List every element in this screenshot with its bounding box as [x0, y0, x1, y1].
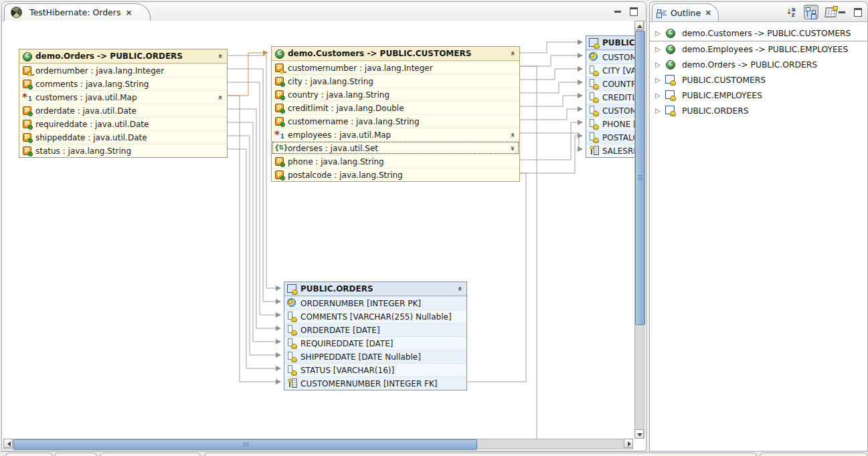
- outline-item[interactable]: demo.Customers -> PUBLIC.CUSTOMERS: [650, 25, 867, 41]
- editor-tab[interactable]: TestHibernate: Orders ×: [4, 3, 151, 21]
- entity-row[interactable]: ordernumber : java.lang.Integer: [19, 64, 227, 77]
- row-label: country : java.lang.String: [288, 90, 389, 100]
- table-lexical-icon-button[interactable]: [823, 5, 838, 19]
- entity-row[interactable]: phone : java.lang.String: [272, 154, 519, 168]
- entity-row[interactable]: country : java.lang.String: [272, 88, 519, 101]
- entity-row[interactable]: creditlimit : java.lang.Double: [272, 101, 519, 114]
- expand-triangle-icon[interactable]: [655, 62, 662, 68]
- minimized-view-tab[interactable]: [100, 453, 201, 456]
- horizontal-scroll-thumb[interactable]: [13, 439, 477, 450]
- tree-layout-icon-button[interactable]: [804, 5, 818, 19]
- connector-line: [519, 122, 582, 160]
- entity-row[interactable]: customernumber : java.lang.Integer: [272, 61, 519, 74]
- close-icon[interactable]: ×: [125, 9, 132, 17]
- minimize-icon[interactable]: [614, 11, 621, 15]
- row-label: orderdate : java.util.Date: [35, 106, 137, 116]
- entity-row[interactable]: requireddate : java.util.Date: [19, 117, 227, 130]
- minimize-icon[interactable]: [839, 11, 845, 16]
- entity-row[interactable]: CUSTOMERNUMBER [INTEGER FK]: [284, 376, 466, 390]
- entity-row[interactable]: shippeddate : java.util.Date: [19, 130, 227, 144]
- property-key-icon: [274, 63, 285, 73]
- entity-row[interactable]: POSTALCOD: [586, 130, 634, 144]
- entity-public-orders[interactable]: PUBLIC.ORDERSORDERNUMBER [INTEGER PK]COM…: [284, 281, 467, 390]
- entity-demo-orders[interactable]: demo.Orders -> PUBLIC.ORDERSordernumber …: [19, 49, 228, 158]
- entity-header[interactable]: demo.Orders -> PUBLIC.ORDERS: [19, 49, 227, 64]
- outline-item[interactable]: demo.Employees -> PUBLIC.EMPLOYEES: [650, 41, 867, 57]
- connector-line: [519, 133, 582, 149]
- close-icon[interactable]: ×: [705, 9, 711, 17]
- entity-row[interactable]: COMMENTS [VARCHAR(255) Nullable]: [284, 310, 466, 323]
- entity-title: PUBLIC.CUSTOMERS: [602, 38, 634, 47]
- entity-row[interactable]: orderdate : java.util.Date: [19, 104, 227, 117]
- entity-row[interactable]: city : java.lang.String: [272, 74, 519, 88]
- maximize-icon[interactable]: [630, 7, 638, 16]
- entity-row[interactable]: customers : java.util.Map: [19, 90, 227, 104]
- entity-row[interactable]: status : java.lang.String: [19, 144, 227, 157]
- property-icon: [274, 90, 285, 100]
- editor-tab-bar: TestHibernate: Orders ×: [2, 2, 646, 21]
- sort-az-icon: [787, 7, 797, 17]
- entity-row[interactable]: CUSTOMERNUM: [586, 50, 634, 64]
- entity-row[interactable]: REQUIREDDATE [DATE]: [284, 336, 466, 350]
- collapse-chevron-icon[interactable]: [216, 94, 224, 102]
- diagram-canvas[interactable]: demo.Orders -> PUBLIC.ORDERSordernumber …: [3, 21, 634, 439]
- expand-triangle-icon[interactable]: [655, 46, 662, 53]
- entity-row[interactable]: comments : java.lang.String: [19, 77, 227, 90]
- entity-row[interactable]: SHIPPEDDATE [DATE Nullable]: [284, 350, 466, 363]
- scroll-right-button[interactable]: [624, 439, 633, 448]
- row-label: creditlimit : java.lang.Double: [288, 104, 404, 113]
- scroll-left-button[interactable]: [3, 439, 13, 448]
- entity-row[interactable]: PHONE [VAR: [586, 117, 634, 130]
- outline-item[interactable]: demo.Orders -> PUBLIC.ORDERS: [650, 57, 867, 72]
- entity-row[interactable]: employees : java.util.Map: [272, 128, 519, 141]
- expand-chevron-icon[interactable]: [509, 144, 517, 152]
- row-label: customers : java.util.Map: [35, 93, 137, 102]
- collapse-chevron-icon[interactable]: [216, 52, 224, 60]
- expand-triangle-icon[interactable]: [655, 92, 662, 99]
- collapse-chevron-icon[interactable]: [509, 49, 517, 58]
- minimized-view-tab[interactable]: [760, 453, 868, 456]
- entity-row[interactable]: ORDERNUMBER [INTEGER PK]: [284, 296, 466, 310]
- entity-row[interactable]: SALESREPE: [586, 144, 634, 157]
- row-label: PHONE [VAR: [602, 120, 634, 129]
- vertical-scroll-thumb[interactable]: [635, 31, 645, 325]
- scroll-up-button[interactable]: [634, 21, 644, 30]
- entity-row[interactable]: COUNTRY [V: [586, 77, 634, 90]
- minimized-view-tab[interactable]: [204, 453, 757, 456]
- outline-tab[interactable]: Outline ×: [652, 3, 719, 21]
- entity-row[interactable]: STATUS [VARCHAR(16)]: [284, 363, 466, 376]
- scroll-down-button[interactable]: [634, 429, 644, 439]
- maximize-icon[interactable]: [854, 8, 862, 17]
- horizontal-scrollbar[interactable]: [3, 439, 633, 449]
- sort-az-icon-button[interactable]: [784, 5, 799, 19]
- entity-row[interactable]: CITY [VARCH: [586, 64, 634, 77]
- vertical-scrollbar[interactable]: [634, 21, 644, 439]
- entity-demo-customers[interactable]: demo.Customers -> PUBLIC.CUSTOMERScustom…: [271, 46, 520, 182]
- entity-header[interactable]: PUBLIC.ORDERS: [284, 282, 466, 296]
- entity-row[interactable]: CUSTOMERN: [586, 104, 634, 117]
- row-label: POSTALCOD: [602, 133, 634, 142]
- entity-header[interactable]: demo.Customers -> PUBLIC.CUSTOMERS: [272, 47, 519, 61]
- row-label: city : java.lang.String: [288, 77, 373, 86]
- many-to-one-icon: [22, 92, 33, 102]
- minimized-view-tab[interactable]: [5, 453, 53, 456]
- collapse-chevron-icon[interactable]: [509, 131, 517, 139]
- outline-item[interactable]: PUBLIC.ORDERS: [650, 103, 867, 118]
- table-icon: [665, 90, 676, 100]
- outline-item[interactable]: PUBLIC.CUSTOMERS: [650, 72, 867, 88]
- collapse-chevron-icon[interactable]: [456, 285, 464, 293]
- row-label: postalcode : java.lang.String: [288, 170, 403, 180]
- entity-row[interactable]: CREDITLIMIT: [586, 90, 634, 104]
- expand-triangle-icon[interactable]: [655, 30, 662, 37]
- entity-row[interactable]: postalcode : java.lang.String: [272, 168, 519, 181]
- expand-triangle-icon[interactable]: [655, 108, 662, 114]
- outline-item[interactable]: PUBLIC.EMPLOYEES: [650, 88, 867, 103]
- entity-row[interactable]: orderses : java.util.Set: [272, 141, 519, 154]
- entity-header[interactable]: PUBLIC.CUSTOMERS: [586, 36, 634, 50]
- entity-row[interactable]: customername : java.lang.String: [272, 114, 519, 128]
- entity-public-customers[interactable]: PUBLIC.CUSTOMERSCUSTOMERNUMCITY [VARCHCO…: [586, 35, 634, 158]
- column-key-icon: [589, 52, 600, 62]
- expand-triangle-icon[interactable]: [655, 77, 662, 84]
- minimized-view-tab[interactable]: [54, 453, 97, 456]
- entity-row[interactable]: ORDERDATE [DATE]: [284, 323, 466, 336]
